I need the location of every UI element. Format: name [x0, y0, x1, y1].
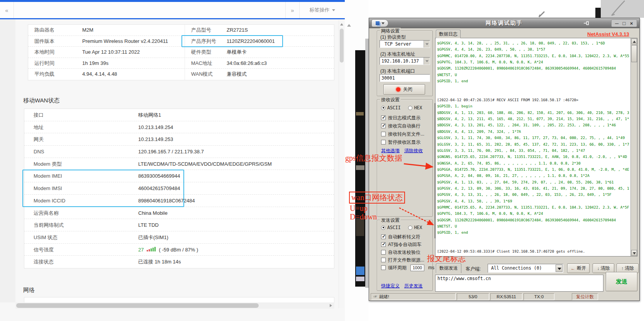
checkbox-option[interactable]: 自动解析转义符	[381, 233, 420, 240]
local-host-addr-select[interactable]: 192.168.10.137	[380, 57, 430, 65]
horizontal-scrollbar[interactable]	[15, 302, 334, 309]
table-row: 网关 10.213.149.253	[24, 133, 334, 146]
send-hex-label: HEX	[414, 225, 422, 230]
log-line: $GPRMC, 014725.65, A, 2234.207733, N, 11…	[437, 204, 629, 211]
connection-status-icon	[396, 87, 400, 92]
dropdown-arrow-icon[interactable]	[424, 41, 430, 48]
send-hex-radio[interactable]	[408, 226, 412, 230]
background-windows-strip	[345, 0, 369, 321]
tab-strip[interactable]	[14, 2, 285, 18]
checkbox-icon[interactable]	[381, 234, 386, 239]
signal-bars-icon	[147, 244, 156, 256]
log-line: $GLGSV, 3, 3, 11, 76, 00, 291, , 84, 33,…	[437, 148, 629, 154]
close-connection-button[interactable]: 关闭	[383, 84, 425, 95]
tab-actions-dropdown[interactable]: 标签操作	[299, 2, 345, 18]
table-row: 当前网络制式 LTE TDD	[24, 219, 334, 231]
log-line: $GPGGA, 014725.70, 2234.207733, N, 11351…	[437, 166, 629, 173]
tab-data-send[interactable]: 数据发送	[436, 263, 461, 273]
send-data-input[interactable]: http://www.cmsoft.cn	[435, 275, 603, 292]
log-line: $NETST, U	[437, 72, 629, 78]
local-host-port-input[interactable]: 30001	[380, 74, 430, 82]
tab-actions-label: 标签操作	[310, 7, 330, 14]
checkbox-icon[interactable]	[381, 124, 386, 128]
pin-icon[interactable]	[583, 20, 590, 27]
minimize-button[interactable]: ─	[614, 20, 620, 26]
log-line: $GPRMC, 014720.00, A, 2234.207738, N, 11…	[437, 53, 629, 59]
scroll-tabs-button[interactable]: »	[285, 2, 299, 18]
scroll-up-icon[interactable]	[631, 39, 637, 44]
client-label: 客户端:	[466, 266, 481, 272]
up-arrow-icon: ↑	[621, 266, 624, 271]
history-send-link[interactable]: 历史发送	[404, 283, 423, 289]
checkbox-icon[interactable]	[381, 115, 386, 120]
clear-receive-link[interactable]: 清除接收	[404, 148, 423, 154]
log-line: $GDGSM, 1120ZR22204060001, 898604061918C…	[437, 217, 629, 223]
left-arrow-icon: ←	[571, 266, 575, 271]
browser-tab-bar: « » 标签操作	[0, 2, 345, 18]
log-line: $GPVTG, 104.3, T, 106.6, M, 0.0, N, 0.0,…	[437, 211, 629, 217]
quick-define-link[interactable]: 快捷定义	[381, 283, 400, 289]
tab-data-log[interactable]: 数据日志	[436, 30, 461, 38]
log-line: $GPGSV, 4, 3, 13, 31, , , 26, 18, 00, 04…	[437, 192, 629, 198]
title-bar[interactable]: 网络调试助手 ─ □ ×	[369, 18, 639, 28]
table-row: 路由器名 M2M 产品型号 ZR2721S	[28, 25, 334, 36]
checkbox-option[interactable]: 暂停接收区显示	[381, 139, 420, 146]
send-ascii-radio[interactable]	[381, 226, 385, 230]
cycle-label: 循环周期	[388, 265, 407, 271]
checkbox-option[interactable]: 接收转向至文件...	[381, 131, 424, 138]
cycle-period-input[interactable]: 1000	[410, 265, 424, 271]
checkbox-option[interactable]: 自动发送校验位	[381, 249, 420, 256]
other-options-link[interactable]: 其他选项	[381, 148, 400, 154]
send-button[interactable]: 发送	[606, 272, 637, 291]
log-line: $GPSID, 1, end	[437, 229, 629, 236]
recv-ascii-radio[interactable]	[381, 106, 385, 110]
protocol-type-select[interactable]: TCP Server	[380, 40, 430, 48]
horizontal-scrollbar-thumb[interactable]	[16, 303, 259, 308]
data-log-area[interactable]: $GPGSV, 4, 3, 14, 28, , , 25, 31, , , 26…	[435, 38, 637, 256]
status-ready: ☞ 就绪!	[371, 293, 456, 300]
checkbox-icon[interactable]	[381, 258, 386, 262]
mobile-wan-table: 接口 移动网络1 地址 10.213.149.254 网关 10.213.14	[24, 109, 334, 268]
checkbox-icon[interactable]	[381, 132, 386, 136]
dropdown-arrow-icon[interactable]	[556, 265, 563, 272]
scroll-up-icon[interactable]	[340, 23, 343, 25]
log-line: [2022-04-12 09:47:26.335]# RECV ASCII FR…	[437, 97, 629, 103]
checkbox-icon[interactable]	[381, 140, 386, 144]
client-connections-select[interactable]: All Connections (0)	[488, 264, 563, 273]
log-line	[437, 236, 629, 242]
checkbox-option[interactable]: 按日志模式显示	[381, 114, 420, 121]
vertical-scrollbar-thumb[interactable]	[340, 29, 344, 63]
cycle-period-option[interactable]: 循环周期 1000 ms	[381, 264, 434, 271]
log-scrollbar[interactable]	[630, 38, 637, 256]
collapse-tabs-button[interactable]: «	[0, 2, 14, 18]
log-line: $GPVTG, 104.3, T, 106.6, M, 0.0, N, 0.0,…	[437, 59, 629, 65]
background-window-corner	[601, 0, 644, 18]
recv-hex-radio[interactable]	[408, 106, 412, 110]
log-line	[437, 91, 629, 97]
background-scrollbar	[365, 39, 369, 288]
disconnect-button[interactable]: ←断开	[567, 263, 590, 273]
log-line: $GNGSA, A, 2, 65, 74, 85, 86, , , , , , …	[437, 160, 629, 166]
checkbox-option[interactable]: 打开文件数据源...	[381, 256, 424, 263]
checkbox-option[interactable]: 接收完自动换行	[381, 122, 420, 129]
table-row: Modem 类型 LTE/WCDMA/TD-SCDMA/EVDO/CDMA/ED…	[24, 158, 334, 170]
checkbox-icon[interactable]	[381, 250, 386, 255]
checkbox-icon[interactable]	[381, 265, 386, 270]
table-row: 接口 移动网络1	[24, 109, 334, 121]
log-scrollbar-thumb[interactable]	[631, 45, 637, 62]
reset-count-button[interactable]: 复位计数	[572, 293, 598, 300]
scroll-down-icon[interactable]	[631, 250, 637, 256]
vertical-scrollbar[interactable]	[339, 20, 344, 308]
dropdown-arrow-icon[interactable]	[424, 58, 430, 65]
netassist-version-link[interactable]: NetAssist V4.3.13	[587, 31, 629, 37]
table-row: 平均负载 4.94, 4.14, 4.48 WAN模式 兼容模式	[28, 69, 334, 80]
table-row: USIM 状态 已插卡(SIM1)	[24, 231, 334, 244]
log-line: $GLGSV, 3, 1, 11, 74, 30, 040, 34, 86, 1…	[437, 135, 629, 141]
close-button[interactable]: ×	[629, 20, 634, 26]
checkbox-option[interactable]: AT指令自动回车	[381, 241, 421, 248]
maximize-button[interactable]: □	[621, 20, 627, 26]
log-line: $BDGSV, 4, 1, 13, 203, 60, 188, 46, 206,…	[437, 110, 629, 116]
log-line: $GPGSV, 4, 4, 13, 50, , , 39, 1*69	[437, 198, 629, 204]
scroll-right-icon[interactable]	[330, 304, 332, 307]
checkbox-icon[interactable]	[381, 242, 386, 247]
